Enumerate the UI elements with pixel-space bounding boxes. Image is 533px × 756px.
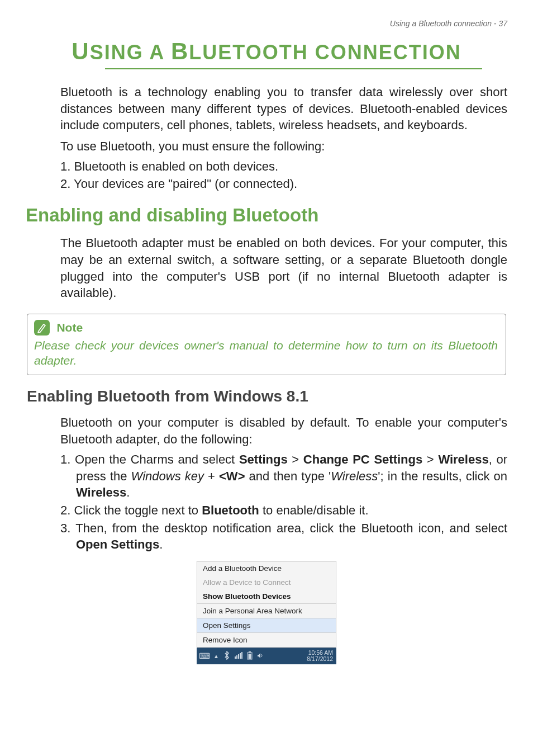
taskbar: ⌨ ▲ 10:56 AM 8/17/2012 [197,648,336,664]
ui-label: Wireless [76,485,126,499]
svg-rect-1 [236,655,237,659]
svg-rect-4 [241,652,242,659]
step-text: '; in the results, click on [378,469,507,483]
section-heading-win81: Enabling Bluetooth from Windows 8.1 [27,388,507,405]
step-text: . [159,537,163,551]
title-letter: B [171,38,189,64]
step-text: to enable/disable it. [259,503,369,517]
menu-item-allow-connect: Allow a Device to Connect [197,575,336,589]
ui-label: Bluetooth [202,503,259,517]
ui-label: Settings [239,452,288,466]
svg-rect-7 [248,654,251,659]
page-header: Using a Bluetooth connection - 37 [26,19,507,28]
system-tray: ▲ [213,651,264,661]
step-text: Then, from the desktop notification area… [75,521,507,535]
intro-list-item-1: 1. Bluetooth is enabled on both devices. [60,158,507,175]
svg-rect-0 [235,656,236,659]
step-text: and then type ' [245,469,331,483]
pencil-icon [34,320,50,336]
bluetooth-icon[interactable] [223,651,230,661]
keyboard-icon[interactable]: ⌨ [199,651,210,660]
step-text: Click the toggle next to [74,503,202,517]
section2-step-1: 1. Open the Charms and select Settings >… [60,451,507,501]
intro-list-item-2: 2. Your devices are "paired" (or connect… [60,176,507,192]
section-heading-enable-disable: Enabling and disabling Bluetooth [26,205,507,226]
context-popup: Add a Bluetooth Device Allow a Device to… [197,561,336,648]
bluetooth-menu-screenshot: Add a Bluetooth Device Allow a Device to… [26,561,507,664]
note-label: Note [56,321,83,334]
bluetooth-context-menu: Add a Bluetooth Device Allow a Device to… [197,561,336,664]
section2-step-2: 2. Click the toggle next to Bluetooth to… [60,502,507,519]
battery-icon[interactable] [247,651,253,661]
step-text: . [126,485,130,499]
step-text: > [288,452,303,466]
step-number: 2. [60,503,74,517]
title-underline [105,68,482,69]
svg-rect-2 [238,654,239,659]
menu-item-open-settings[interactable]: Open Settings [197,618,336,632]
note-callout: Note Please check your devices owner's m… [27,314,506,376]
note-header: Note [34,320,498,336]
step-number: 3. [60,521,75,535]
intro-paragraph-2: To use Bluetooth, you must ensure the fo… [60,138,507,155]
show-hidden-icons[interactable]: ▲ [213,653,219,659]
page-title: USING A BLUETOOTH CONNECTION [26,38,507,65]
title-text: LUETOOTH CONNECTION [189,41,461,64]
taskbar-clock[interactable]: 10:56 AM 8/17/2012 [307,650,333,663]
title-letter: U [72,38,89,64]
search-term: Wireless [331,469,378,483]
network-icon[interactable] [235,652,242,660]
title-text: SING A [90,41,171,64]
key-name: Windows key [131,469,204,483]
volume-icon[interactable] [257,652,264,660]
ui-label: Change PC Settings [303,452,422,466]
section1-body: The Bluetooth adapter must be enabled on… [60,235,507,301]
menu-item-join-pan[interactable]: Join a Personal Area Network [197,604,336,618]
step-number: 1. [60,452,75,466]
section2-step-3: 3. Then, from the desktop notification a… [60,520,507,553]
svg-rect-3 [240,653,241,659]
step-text: > [422,452,438,466]
note-text: Please check your devices owner's manual… [34,338,498,368]
ui-label: Wireless [438,452,488,466]
step-text: Open the Charms and select [75,452,239,466]
menu-item-remove-icon[interactable]: Remove Icon [197,633,336,647]
menu-item-show-devices[interactable]: Show Bluetooth Devices [197,589,336,603]
clock-date: 8/17/2012 [307,656,333,663]
ui-label: Open Settings [76,537,159,551]
section2-intro: Bluetooth on your computer is disabled b… [60,414,507,447]
menu-item-add-device[interactable]: Add a Bluetooth Device [197,561,336,575]
intro-paragraph-1: Bluetooth is a technology enabling you t… [60,84,507,134]
step-text: + [204,469,219,483]
key-combo: <W> [219,469,245,483]
